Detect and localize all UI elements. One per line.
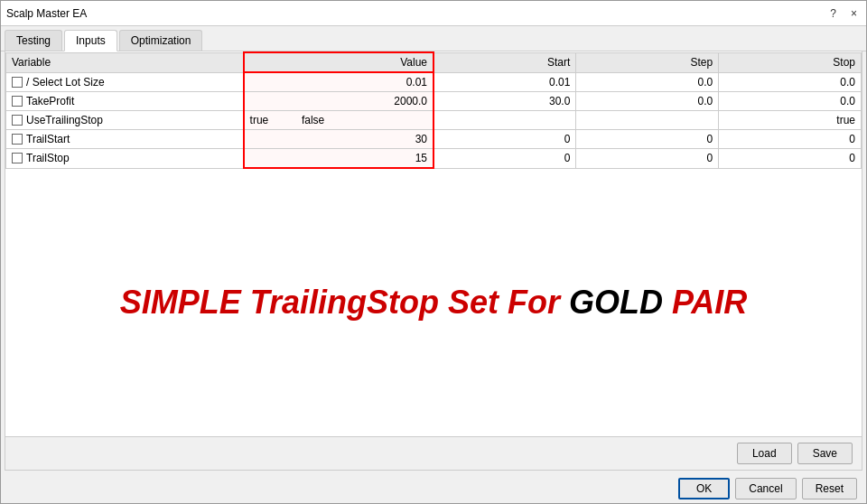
- checkbox-4[interactable]: [12, 134, 23, 145]
- cell-stop-2: 0.0: [719, 92, 862, 111]
- header-start: Start: [434, 52, 576, 72]
- tab-testing[interactable]: Testing: [5, 30, 62, 51]
- close-button[interactable]: ×: [847, 7, 861, 20]
- table-header-row: Variable Value Start Step Stop: [6, 52, 862, 72]
- checkbox-5[interactable]: [12, 153, 23, 163]
- cell-stop-4: 0: [719, 130, 862, 149]
- checkbox-3[interactable]: [12, 115, 23, 126]
- load-button[interactable]: Load: [737, 443, 792, 464]
- save-button[interactable]: Save: [797, 443, 853, 464]
- cell-stop-3: true: [719, 111, 862, 130]
- parameters-table: Variable Value Start Step Stop / Select: [5, 51, 862, 169]
- cell-value-4[interactable]: 30: [244, 130, 434, 149]
- main-text-part3: PAIR: [663, 284, 747, 321]
- cell-variable-5: TrailStop: [6, 149, 244, 169]
- header-step: Step: [576, 52, 719, 72]
- header-variable: Variable: [6, 52, 244, 72]
- main-window: Scalp Master EA ? × Testing Inputs Optim…: [0, 0, 867, 504]
- cell-step-1: 0.0: [576, 72, 719, 92]
- table-row: / Select Lot Size 0.01 0.01 0.0 0.0: [6, 72, 862, 92]
- ok-button[interactable]: OK: [678, 478, 730, 499]
- cell-value-3[interactable]: true false: [244, 111, 434, 130]
- cell-step-4: 0: [576, 130, 719, 149]
- cell-start-2: 30.0: [434, 92, 576, 111]
- cell-variable-4: TrailStart: [6, 130, 244, 149]
- table-row: TrailStop 15 0 0 0: [6, 149, 862, 169]
- reset-button[interactable]: Reset: [802, 478, 857, 499]
- cell-value-5[interactable]: 15: [244, 149, 434, 169]
- main-text-area: SIMPLE TrailingStop Set For GOLD PAIR: [5, 169, 862, 436]
- parameters-table-area: Variable Value Start Step Stop / Select: [5, 51, 862, 169]
- window-title: Scalp Master EA: [6, 7, 87, 20]
- content-area: Variable Value Start Step Stop / Select: [5, 51, 862, 471]
- title-bar: Scalp Master EA ? ×: [1, 1, 866, 26]
- cell-variable-2: TakeProfit: [6, 92, 244, 111]
- table-row: UseTrailingStop true false true: [6, 111, 862, 130]
- cell-variable-3: UseTrailingStop: [6, 111, 244, 130]
- main-text-part1: SIMPLE TrailingStop Set For: [120, 284, 569, 321]
- header-stop: Stop: [719, 52, 862, 72]
- checkbox-1[interactable]: [12, 77, 23, 88]
- main-message: SIMPLE TrailingStop Set For GOLD PAIR: [120, 284, 748, 322]
- cell-start-4: 0: [434, 130, 576, 149]
- tab-inputs[interactable]: Inputs: [64, 30, 117, 51]
- help-button[interactable]: ?: [826, 7, 840, 20]
- cell-variable-1: / Select Lot Size: [6, 72, 244, 92]
- tab-bar: Testing Inputs Optimization: [1, 26, 866, 51]
- table-row: TakeProfit 2000.0 30.0 0.0 0.0: [6, 92, 862, 111]
- table-row: TrailStart 30 0 0 0: [6, 130, 862, 149]
- cell-value-1[interactable]: 0.01: [244, 72, 434, 92]
- window-controls: ? ×: [826, 7, 861, 20]
- cell-step-3: [576, 111, 719, 130]
- main-text-gold: GOLD: [569, 284, 663, 321]
- cancel-button[interactable]: Cancel: [735, 478, 796, 499]
- cell-step-2: 0.0: [576, 92, 719, 111]
- cell-start-5: 0: [434, 149, 576, 169]
- cell-stop-5: 0: [719, 149, 862, 169]
- cell-value-2[interactable]: 2000.0: [244, 92, 434, 111]
- cell-stop-1: 0.0: [719, 72, 862, 92]
- footer-row: OK Cancel Reset: [1, 474, 866, 503]
- checkbox-2[interactable]: [12, 96, 23, 107]
- load-save-row: Load Save: [5, 436, 862, 470]
- cell-step-5: 0: [576, 149, 719, 169]
- cell-start-3: [434, 111, 576, 130]
- cell-start-1: 0.01: [434, 72, 576, 92]
- header-value: Value: [244, 52, 434, 72]
- tab-optimization[interactable]: Optimization: [119, 30, 203, 51]
- load-save-buttons: Load Save: [737, 443, 853, 464]
